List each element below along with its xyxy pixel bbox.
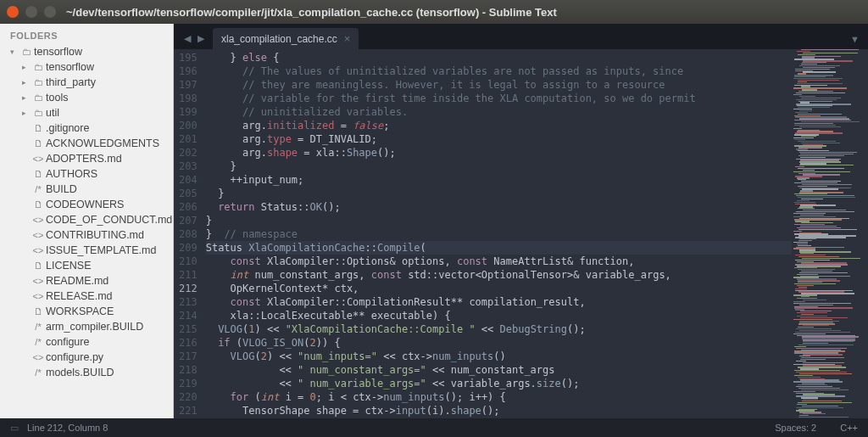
file-icon: 🗋 [31, 123, 46, 133]
tab-bar: ◀ ▶ xla_compilation_cache.cc × ▼ [174, 24, 868, 49]
folder-icon: 🗀 [19, 47, 34, 57]
sidebar-header: FOLDERS [0, 24, 173, 44]
indent-setting[interactable]: Spaces: 2 [775, 423, 816, 433]
maximize-icon[interactable] [44, 6, 56, 18]
item-label: tensorflow [46, 61, 94, 73]
folder-item[interactable]: ▸🗀util [0, 105, 173, 120]
file-item[interactable]: <>CODE_OF_CONDUCT.md [0, 212, 173, 227]
item-label: AUTHORS [46, 168, 97, 180]
file-item[interactable]: /*models.BUILD [0, 365, 173, 380]
item-label: tools [46, 92, 68, 104]
file-icon: 🗋 [31, 261, 46, 271]
disclosure-arrow-icon[interactable]: ▸ [22, 109, 31, 117]
file-item[interactable]: <>ADOPTERS.md [0, 151, 173, 166]
file-icon: 🗋 [31, 306, 46, 317]
file-icon: 🗋 [31, 169, 46, 179]
item-label: .gitignore [46, 122, 89, 134]
minimize-icon[interactable] [25, 6, 37, 18]
disclosure-arrow-icon[interactable]: ▸ [22, 93, 31, 102]
nav-back-icon[interactable]: ◀ [181, 33, 194, 44]
item-label: CODE_OF_CONDUCT.md [46, 214, 172, 226]
file-item[interactable]: 🗋ACKNOWLEDGMENTS [0, 136, 173, 151]
file-item[interactable]: 🗋WORKSPACE [0, 304, 173, 319]
tab-active[interactable]: xla_compilation_cache.cc × [213, 28, 359, 49]
disclosure-arrow-icon[interactable]: ▸ [22, 78, 31, 87]
window-titlebar: ~/dev/tensorflow/tensorflow/compiler/jit… [0, 0, 868, 24]
file-icon: <> [31, 215, 46, 225]
syntax-setting[interactable]: C++ [840, 423, 858, 433]
file-icon: /* [31, 322, 46, 332]
folder-item[interactable]: ▾🗀tensorflow [0, 44, 173, 59]
file-icon: /* [31, 337, 46, 347]
close-icon[interactable] [7, 6, 19, 18]
item-label: models.BUILD [46, 367, 114, 378]
item-label: README.md [46, 275, 108, 287]
item-label: ACKNOWLEDGMENTS [46, 137, 159, 149]
item-label: arm_compiler.BUILD [46, 321, 143, 333]
item-label: LICENSE [46, 260, 92, 272]
panel-switch-icon[interactable]: ▭ [10, 423, 19, 434]
folder-item[interactable]: ▸🗀third_party [0, 75, 173, 90]
item-label: third_party [46, 76, 96, 88]
folder-sidebar: FOLDERS ▾🗀tensorflow▸🗀tensorflow▸🗀third_… [0, 24, 174, 418]
file-item[interactable]: <>ISSUE_TEMPLATE.md [0, 243, 173, 258]
tab-label: xla_compilation_cache.cc [221, 33, 337, 45]
cursor-position: Line 212, Column 8 [27, 423, 108, 433]
item-label: tensorflow [34, 46, 82, 58]
item-label: BUILD [46, 183, 77, 195]
file-icon: 🗋 [31, 138, 46, 148]
disclosure-arrow-icon[interactable]: ▸ [22, 63, 31, 71]
file-item[interactable]: /*configure [0, 334, 173, 350]
file-item[interactable]: 🗋LICENSE [0, 258, 173, 273]
status-bar: ▭ Line 212, Column 8 Spaces: 2 C++ [0, 418, 868, 437]
nav-forward-icon[interactable]: ▶ [194, 33, 208, 44]
file-item[interactable]: 🗋CODEOWNERS [0, 197, 173, 212]
file-item[interactable]: 🗋.gitignore [0, 120, 173, 136]
file-item[interactable]: /*arm_compiler.BUILD [0, 319, 173, 334]
window-title: ~/dev/tensorflow/tensorflow/compiler/jit… [66, 6, 557, 19]
folder-icon: 🗀 [31, 92, 46, 103]
minimap[interactable] [792, 49, 868, 418]
folder-icon: 🗀 [31, 62, 46, 72]
item-label: ADOPTERS.md [46, 153, 122, 165]
file-item[interactable]: <>RELEASE.md [0, 289, 173, 304]
file-icon: <> [31, 352, 46, 362]
code-editor[interactable]: } else { // The values of uninitialized … [206, 49, 792, 418]
file-icon: <> [31, 245, 46, 255]
file-icon: /* [31, 367, 46, 378]
item-label: WORKSPACE [46, 305, 114, 317]
folder-item[interactable]: ▸🗀tools [0, 90, 173, 105]
file-item[interactable]: /*BUILD [0, 182, 173, 197]
item-label: CONTRIBUTING.md [46, 229, 144, 241]
item-label: CODEOWNERS [46, 199, 124, 210]
tab-overflow-icon[interactable]: ▼ [850, 34, 860, 44]
close-tab-icon[interactable]: × [344, 32, 351, 45]
item-label: util [46, 107, 59, 119]
folder-icon: 🗀 [31, 108, 46, 118]
file-icon: 🗋 [31, 199, 46, 210]
item-label: RELEASE.md [46, 290, 113, 302]
file-item[interactable]: <>configure.py [0, 350, 173, 365]
item-label: configure [46, 336, 89, 348]
file-icon: <> [31, 276, 46, 286]
file-icon: <> [31, 230, 46, 240]
file-icon: <> [31, 291, 46, 301]
folder-item[interactable]: ▸🗀tensorflow [0, 59, 173, 75]
file-item[interactable]: <>CONTRIBUTING.md [0, 227, 173, 243]
file-item[interactable]: <>README.md [0, 273, 173, 289]
file-icon: <> [31, 154, 46, 164]
item-label: configure.py [46, 351, 103, 363]
item-label: ISSUE_TEMPLATE.md [46, 244, 156, 256]
folder-icon: 🗀 [31, 77, 46, 87]
file-item[interactable]: 🗋AUTHORS [0, 166, 173, 182]
disclosure-arrow-icon[interactable]: ▾ [10, 48, 19, 56]
file-icon: /* [31, 184, 46, 194]
line-gutter: 1951961971981992002012022032042052062072… [174, 49, 206, 418]
